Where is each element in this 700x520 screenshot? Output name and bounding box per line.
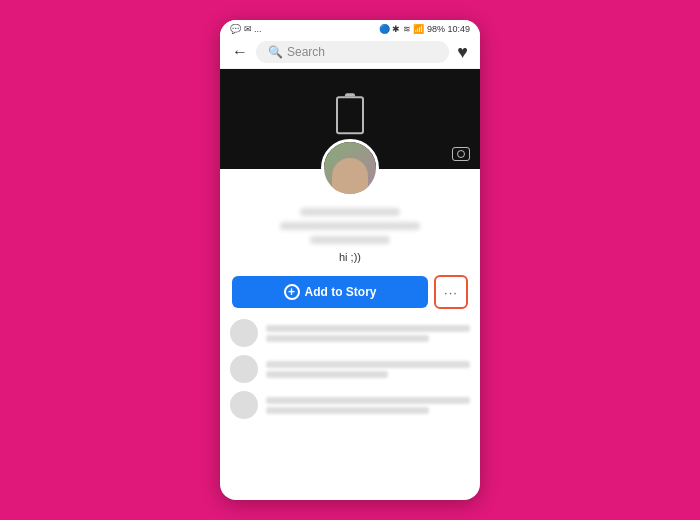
profile-banner xyxy=(220,69,480,169)
search-placeholder: Search xyxy=(287,45,325,59)
feed-line xyxy=(266,371,388,378)
feed-avatar xyxy=(230,391,258,419)
feed-lines xyxy=(266,397,470,414)
status-left-icons: 💬 ✉ ... xyxy=(230,24,262,34)
profile-bio: hi ;)) xyxy=(339,251,361,263)
camera-icon[interactable] xyxy=(452,147,470,161)
back-button[interactable]: ← xyxy=(232,43,248,61)
feed-lines xyxy=(266,361,470,378)
more-options-button[interactable]: ··· xyxy=(434,275,468,309)
profile-name-blurred xyxy=(300,208,400,216)
list-item xyxy=(230,319,470,347)
add-to-story-label: Add to Story xyxy=(305,285,377,299)
profile-stats-blurred xyxy=(280,222,420,230)
profile-meta-blurred xyxy=(310,236,390,244)
status-right-icons: 🔵 ✱ ≋ 📶 98% 10:49 xyxy=(379,24,470,34)
feed-avatar xyxy=(230,355,258,383)
list-item xyxy=(230,391,470,419)
plus-circle-icon: + xyxy=(284,284,300,300)
feed-line xyxy=(266,335,429,342)
feed-line xyxy=(266,325,470,332)
feed-line xyxy=(266,407,429,414)
avatar xyxy=(321,139,379,197)
battery-icon xyxy=(336,96,364,134)
more-dots-icon: ··· xyxy=(444,285,458,300)
avatar-face xyxy=(332,158,368,194)
search-box[interactable]: 🔍 Search xyxy=(256,41,449,63)
add-to-story-button[interactable]: + Add to Story xyxy=(232,276,428,308)
phone-frame: 💬 ✉ ... 🔵 ✱ ≋ 📶 98% 10:49 ← 🔍 Search ♥ h… xyxy=(220,20,480,500)
heart-icon[interactable]: ♥ xyxy=(457,42,468,63)
feed-lines xyxy=(266,325,470,342)
notification-icons: 💬 ✉ ... xyxy=(230,24,262,34)
search-icon: 🔍 xyxy=(268,45,283,59)
list-item xyxy=(230,355,470,383)
feed-line xyxy=(266,397,470,404)
avatar-inner xyxy=(324,142,376,194)
feed-avatar xyxy=(230,319,258,347)
system-icons: 🔵 ✱ ≋ 📶 98% 10:49 xyxy=(379,24,470,34)
nav-bar: ← 🔍 Search ♥ xyxy=(220,36,480,69)
action-buttons-row: + Add to Story ··· xyxy=(220,269,480,315)
feed-line xyxy=(266,361,470,368)
status-bar: 💬 ✉ ... 🔵 ✱ ≋ 📶 98% 10:49 xyxy=(220,20,480,36)
feed-area xyxy=(220,315,480,500)
